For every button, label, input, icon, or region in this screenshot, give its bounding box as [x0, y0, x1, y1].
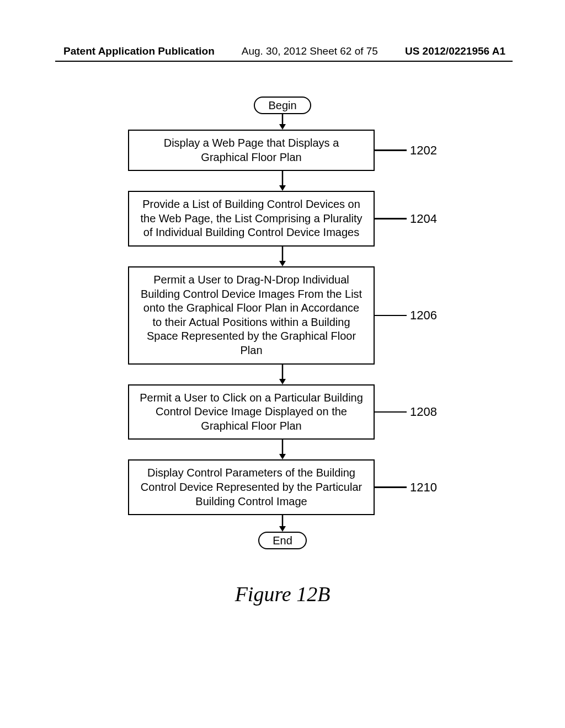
step-1202: Display a Web Page that Displays a Graph…	[128, 130, 437, 171]
ref-connector: 1202	[375, 143, 437, 158]
step-1206: Permit a User to Drag-N-Drop Individual …	[128, 266, 437, 365]
flow-arrow	[278, 365, 287, 384]
step-box: Permit a User to Click on a Particular B…	[128, 384, 375, 440]
ref-label: 1208	[410, 405, 437, 419]
header-rule	[55, 61, 513, 62]
svg-marker-11	[279, 526, 286, 532]
ref-connector: 1204	[375, 212, 437, 226]
header-center: Aug. 30, 2012 Sheet 62 of 75	[242, 45, 378, 57]
page-header: Patent Application Publication Aug. 30, …	[0, 45, 565, 57]
step-1210: Display Control Parameters of the Buildi…	[128, 459, 437, 515]
step-box: Display a Web Page that Displays a Graph…	[128, 130, 375, 171]
step-box: Permit a User to Drag-N-Drop Individual …	[128, 266, 375, 365]
svg-marker-9	[279, 454, 286, 459]
ref-connector: 1210	[375, 480, 437, 495]
flowchart: Begin Display a Web Page that Displays a…	[128, 97, 437, 549]
terminal-end: End	[258, 532, 307, 549]
ref-connector: 1206	[375, 308, 437, 323]
header-right: US 2012/0221956 A1	[405, 45, 505, 57]
flow-arrow	[278, 440, 287, 459]
step-box: Provide a List of Building Control Devic…	[128, 191, 375, 247]
ref-label: 1202	[410, 143, 437, 158]
flow-arrow	[278, 171, 287, 191]
ref-connector: 1208	[375, 405, 437, 419]
figure-caption: Figure 12B	[235, 582, 331, 606]
svg-marker-1	[279, 124, 286, 130]
step-1208: Permit a User to Click on a Particular B…	[128, 384, 437, 440]
flow-arrow	[278, 247, 287, 266]
svg-marker-7	[279, 379, 286, 384]
flow-arrow	[278, 114, 287, 130]
ref-label: 1204	[410, 212, 437, 226]
step-1204: Provide a List of Building Control Devic…	[128, 191, 437, 247]
step-box: Display Control Parameters of the Buildi…	[128, 459, 375, 515]
ref-label: 1206	[410, 308, 437, 323]
header-left: Patent Application Publication	[63, 45, 215, 57]
svg-marker-5	[279, 261, 286, 266]
svg-marker-3	[279, 185, 286, 191]
flow-arrow	[278, 515, 287, 532]
ref-label: 1210	[410, 480, 437, 495]
terminal-begin: Begin	[254, 97, 311, 114]
